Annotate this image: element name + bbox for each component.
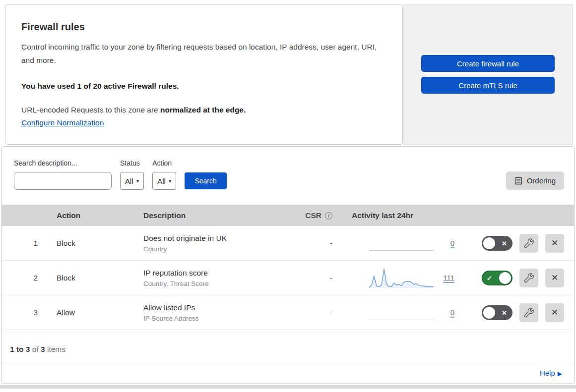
top-section: Firewall rules Control incoming traffic … xyxy=(5,4,573,145)
wrench-icon xyxy=(524,273,534,283)
arrow-right-icon: ▶ xyxy=(558,370,562,377)
activity-sparkline-flat xyxy=(369,250,434,251)
activity-sparkline-flat xyxy=(369,320,434,320)
delete-rule-button[interactable]: ✕ xyxy=(545,234,564,253)
list-document-icon xyxy=(514,177,522,185)
table-row: 2 Block IP reputation score Country, Thr… xyxy=(2,261,574,295)
action-label: Action xyxy=(152,159,176,167)
search-input-wrapper xyxy=(14,172,112,190)
action-select[interactable]: All ▾ xyxy=(152,172,176,190)
create-firewall-rule-button[interactable]: Create firewall rule xyxy=(421,55,555,72)
actions-panel: Create firewall rule Create mTLS rule xyxy=(403,4,573,145)
usage-notice: You have used 1 of 20 active Firewall ru… xyxy=(21,82,383,91)
table-row: 1 Block Does not originate in UK Country… xyxy=(2,226,574,261)
filter-bar: Search description... Status All ▾ xyxy=(2,147,574,205)
search-input[interactable] xyxy=(23,177,122,185)
rules-list-card: Search description... Status All ▾ xyxy=(1,146,575,384)
edit-rule-button[interactable] xyxy=(519,269,538,287)
page-bottom-edge xyxy=(0,385,576,389)
rule-action: Allow xyxy=(47,308,133,317)
activity-count-link[interactable]: 0 xyxy=(450,238,454,248)
activity-count-link[interactable]: 111 xyxy=(443,273,454,282)
items-summary: 1 to 3 of 3 items xyxy=(2,330,574,363)
column-csr: CSRi xyxy=(295,211,344,220)
chevron-down-icon: ▾ xyxy=(136,178,139,184)
help-row: Help▶ xyxy=(2,363,574,384)
close-icon: ✕ xyxy=(551,307,558,318)
edit-rule-button[interactable] xyxy=(519,303,538,322)
toggle-knob xyxy=(499,272,511,284)
x-icon: ✕ xyxy=(502,239,507,247)
rule-criteria: Country, Threat Score xyxy=(143,280,295,287)
delete-rule-button[interactable]: ✕ xyxy=(545,303,564,322)
chevron-down-icon: ▾ xyxy=(169,178,172,184)
status-label: Status xyxy=(120,159,144,167)
rule-description: Allow listed IPs xyxy=(143,303,295,312)
rule-description: Does not originate in UK xyxy=(143,234,295,243)
close-icon: ✕ xyxy=(551,238,558,248)
column-description: Description xyxy=(133,211,295,220)
firewall-rules-page: Firewall rules Control incoming traffic … xyxy=(0,0,576,389)
enable-toggle[interactable]: ✓ ✕ xyxy=(482,305,512,320)
ordering-button[interactable]: Ordering xyxy=(506,171,564,190)
enable-toggle[interactable]: ✓ ✕ xyxy=(482,271,512,285)
delete-rule-button[interactable]: ✕ xyxy=(545,269,564,287)
rule-description: IP reputation score xyxy=(143,269,295,278)
check-icon: ✓ xyxy=(487,274,492,281)
rule-action: Block xyxy=(47,239,133,248)
x-icon: ✕ xyxy=(502,309,507,316)
create-mtls-rule-button[interactable]: Create mTLS rule xyxy=(421,77,555,94)
rule-csr: - xyxy=(295,308,344,317)
column-action: Action xyxy=(47,211,133,220)
activity-sparkline-chart xyxy=(369,267,434,289)
normalization-text: URL-encoded Requests to this zone are no… xyxy=(21,106,383,114)
enable-toggle[interactable]: ✓ ✕ xyxy=(482,236,512,251)
configure-normalization-link[interactable]: Configure Normalization xyxy=(21,118,104,127)
activity-count-link[interactable]: 0 xyxy=(450,308,454,317)
help-link[interactable]: Help▶ xyxy=(540,369,562,377)
header-card: Firewall rules Control incoming traffic … xyxy=(5,4,403,145)
rule-csr: - xyxy=(295,274,344,282)
page-description: Control incoming traffic to your zone by… xyxy=(21,41,379,67)
rule-priority: 2 xyxy=(2,274,47,282)
column-activity: Activity last 24hr xyxy=(344,205,458,226)
status-select[interactable]: All ▾ xyxy=(120,172,144,190)
table-row: 3 Allow Allow listed IPs IP Source Addre… xyxy=(2,295,574,330)
toggle-knob xyxy=(483,307,495,319)
rule-criteria: Country xyxy=(143,245,295,253)
search-label: Search description... xyxy=(14,159,112,167)
rule-action: Block xyxy=(47,274,133,282)
search-button[interactable]: Search xyxy=(185,172,226,189)
wrench-icon xyxy=(524,238,534,248)
table-header: Action Description CSRi Activity last 24… xyxy=(2,205,574,226)
wrench-icon xyxy=(524,308,534,318)
info-icon[interactable]: i xyxy=(325,212,332,220)
rule-priority: 3 xyxy=(2,308,47,317)
rule-criteria: IP Source Address xyxy=(143,315,295,322)
rule-priority: 1 xyxy=(2,239,47,248)
rule-csr: - xyxy=(295,239,344,248)
close-icon: ✕ xyxy=(551,273,558,283)
toggle-knob xyxy=(483,237,495,249)
edit-rule-button[interactable] xyxy=(519,234,538,253)
page-title: Firewall rules xyxy=(21,21,383,33)
